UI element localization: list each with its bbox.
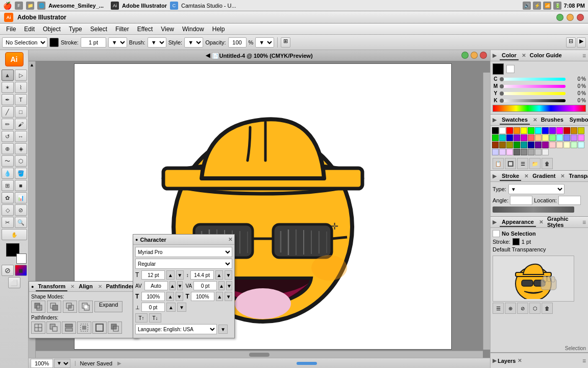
- warp-btn[interactable]: 〜: [2, 155, 14, 167]
- reflect-btn[interactable]: ↔: [15, 131, 27, 142]
- swatch-item[interactable]: [521, 127, 527, 134]
- color-btn[interactable]: ◼: [15, 265, 27, 276]
- canvas-prev-icon[interactable]: ◀: [206, 52, 210, 59]
- symbols-tab[interactable]: Symbols: [568, 116, 588, 125]
- exclude-btn[interactable]: [79, 301, 93, 313]
- expand-btn[interactable]: Expand: [94, 301, 122, 312]
- swatch-tool-3[interactable]: ☰: [517, 158, 528, 169]
- menu-edit[interactable]: Edit: [20, 25, 39, 34]
- font-size-down[interactable]: ▼: [176, 270, 184, 280]
- selection-dropdown[interactable]: No Selection: [2, 37, 47, 48]
- align-tab-x[interactable]: ✕: [98, 284, 102, 289]
- layers-panel-close[interactable]: ≡: [582, 357, 586, 364]
- swatches-collapse-icon[interactable]: ▶: [493, 117, 497, 123]
- merge-btn[interactable]: [62, 321, 76, 334]
- pen-btn[interactable]: ✒: [2, 94, 14, 105]
- paint-bucket-btn[interactable]: 🪣: [15, 168, 27, 179]
- stroke-preview[interactable]: [506, 65, 514, 73]
- swatch-item[interactable]: [571, 134, 577, 141]
- pathfinder-tab[interactable]: Pathfinder: [104, 282, 136, 291]
- baseline-up[interactable]: ▲: [166, 303, 176, 312]
- panel-toggle-btn[interactable]: ⊟: [566, 37, 576, 48]
- rect-btn[interactable]: □: [15, 106, 27, 118]
- swatch-item[interactable]: [506, 134, 513, 141]
- fill-color-btn[interactable]: [50, 38, 59, 47]
- color-tab-x[interactable]: ✕: [522, 53, 526, 58]
- swatch-item[interactable]: [521, 142, 527, 148]
- swatch-item[interactable]: [578, 134, 584, 141]
- canvas-close-btn[interactable]: [480, 52, 487, 59]
- symbol-btn[interactable]: ✿: [2, 192, 14, 203]
- direct-selection-tool-btn[interactable]: ▷: [15, 70, 27, 81]
- swatch-item[interactable]: [542, 149, 549, 155]
- swatch-item[interactable]: [513, 149, 520, 155]
- erase-btn[interactable]: ⊘: [15, 204, 27, 216]
- swatch-item[interactable]: [506, 127, 513, 134]
- stroke-dropdown[interactable]: ▼: [108, 37, 127, 48]
- none-btn[interactable]: ⊘: [2, 265, 14, 276]
- v-scale-up[interactable]: ▲: [216, 292, 224, 301]
- menu-object[interactable]: Object: [39, 25, 65, 34]
- swatch-item[interactable]: [535, 134, 542, 141]
- lasso-btn[interactable]: ⌇: [15, 82, 27, 93]
- sys-icon-2[interactable]: ⚡: [533, 2, 541, 10]
- selection-tool-btn[interactable]: ▲: [2, 70, 14, 81]
- menu-filter[interactable]: Filter: [111, 25, 133, 34]
- h-scale-down[interactable]: ▼: [176, 292, 183, 301]
- swatch-item[interactable]: [535, 149, 542, 155]
- swatch-item[interactable]: [556, 142, 563, 148]
- blend-btn[interactable]: ⬡: [15, 155, 27, 167]
- sys-icon-3[interactable]: 📶: [543, 2, 551, 10]
- color-guide-tab[interactable]: Color Guide: [528, 51, 564, 60]
- minimize-btn[interactable]: [567, 14, 574, 21]
- zoom-input[interactable]: [31, 359, 53, 368]
- column-btn[interactable]: 📊: [15, 192, 27, 203]
- swatch-item[interactable]: [521, 149, 527, 155]
- swatch-item[interactable]: [542, 127, 549, 134]
- stroke-tab-x[interactable]: ✕: [524, 173, 528, 179]
- mesh-btn[interactable]: ⊞: [2, 180, 14, 191]
- swatch-item[interactable]: [535, 142, 542, 148]
- canvas-right-scroll[interactable]: [483, 73, 490, 350]
- swatch-item[interactable]: [499, 142, 506, 148]
- app-tool-4[interactable]: ⬡: [529, 303, 541, 314]
- scale-btn[interactable]: ⊕: [2, 143, 14, 154]
- swatch-item[interactable]: [499, 149, 506, 155]
- type-btn[interactable]: T: [15, 94, 27, 105]
- h-scale-input[interactable]: [141, 292, 165, 301]
- status-arrow[interactable]: ▶: [117, 360, 121, 366]
- app-tool-1[interactable]: ☰: [493, 303, 504, 314]
- tracking-down[interactable]: ▼: [177, 281, 183, 290]
- swatch-item[interactable]: [528, 142, 534, 148]
- swatch-item[interactable]: [549, 134, 556, 141]
- layers-collapse-icon[interactable]: ▶: [493, 358, 497, 363]
- app-tool-2[interactable]: ⊕: [505, 303, 516, 314]
- pencil-btn[interactable]: ✏: [2, 119, 14, 130]
- scissors-btn[interactable]: ✂: [2, 217, 14, 228]
- subscript-btn[interactable]: T↓: [149, 313, 161, 323]
- swatch-item[interactable]: [549, 127, 556, 134]
- color-tab[interactable]: Color: [500, 51, 519, 60]
- menu-select[interactable]: Select: [86, 25, 111, 34]
- swatch-item[interactable]: [564, 134, 570, 141]
- menu-help[interactable]: Help: [208, 25, 229, 34]
- app-icon-2[interactable]: 🌐: [37, 2, 45, 10]
- stroke-color-swatch[interactable]: [512, 238, 520, 245]
- view-options-btn[interactable]: ⊞: [281, 37, 290, 48]
- app-icon-1[interactable]: 📁: [26, 2, 34, 10]
- hand-btn[interactable]: ✋: [2, 229, 27, 240]
- brushes-tab[interactable]: Brushes: [539, 116, 566, 125]
- graphic-styles-tab[interactable]: Graphic Styles: [545, 215, 580, 230]
- leading-up[interactable]: ▲: [215, 270, 223, 280]
- eyedropper-btn[interactable]: 💧: [2, 168, 14, 179]
- align-tab[interactable]: Align: [77, 282, 95, 291]
- stroke-type-select[interactable]: ▼: [508, 184, 565, 194]
- gradient-tab-x[interactable]: ✕: [560, 173, 565, 179]
- swatch-item[interactable]: [499, 127, 506, 134]
- leading-input[interactable]: [190, 270, 214, 280]
- swatch-item[interactable]: [528, 127, 534, 134]
- transform-tab[interactable]: Transform: [36, 282, 67, 291]
- screen-mode-btn[interactable]: ⬜: [8, 277, 20, 288]
- expand-btn[interactable]: ▶: [577, 37, 586, 48]
- tracking-up[interactable]: ▲: [169, 281, 176, 290]
